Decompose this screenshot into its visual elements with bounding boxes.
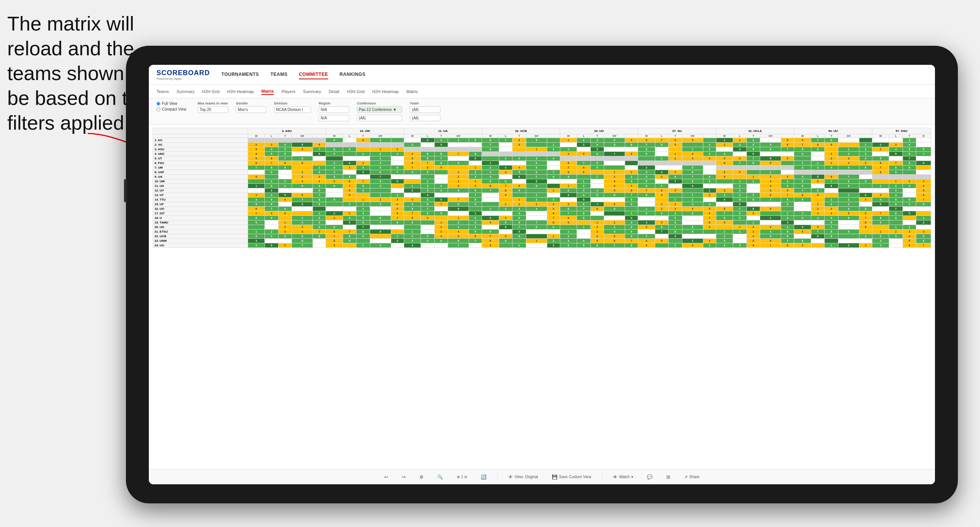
division-select[interactable]: NCAA Division I NCAA Division II NCAA Di… — [274, 106, 311, 113]
compact-view-radio[interactable]: Compact View — [156, 107, 186, 111]
toolbar-divider2 — [602, 473, 602, 481]
max-teams-select[interactable]: Top 25 Top 50 All — [198, 106, 228, 113]
cell-r17-c39: 7 — [859, 216, 872, 220]
cell-r10-c14: 5 — [469, 184, 482, 188]
cell-r17-c22 — [590, 216, 604, 220]
save-custom-btn[interactable]: 💾 Save Custom View — [549, 473, 594, 481]
cell-r0-c20: 1 — [560, 138, 577, 143]
cell-r21-c35 — [794, 234, 811, 239]
cell-r2-c1: 4 — [265, 147, 279, 152]
cell-r1-c30: 2 — [716, 143, 733, 147]
cell-r23-c33: 7 — [760, 243, 781, 248]
region-select[interactable]: N/A East West — [319, 106, 349, 113]
cell-r1-c3: 5 — [292, 143, 313, 147]
cell-r23-c30: 4 — [716, 243, 733, 248]
cell-r9-c26 — [655, 179, 669, 184]
cell-r13-c23 — [604, 198, 625, 202]
sub-nav-teams[interactable]: Teams — [156, 88, 169, 95]
sub-nav-detail[interactable]: Detail — [329, 88, 339, 95]
cell-r19-c13: 3 — [448, 225, 469, 230]
cell-r9-c27: 7 — [669, 179, 682, 184]
team-sub-select[interactable]: (All) — [410, 115, 440, 121]
cell-r12-c17 — [513, 193, 526, 198]
cell-r15-c2: 8 — [278, 207, 292, 211]
cell-r7-c42 — [903, 170, 916, 175]
sub-nav-matrix[interactable]: Matrix — [261, 88, 274, 95]
nav-tournaments[interactable]: TOURNAMENTS — [221, 70, 259, 79]
cell-r21-c0: 2 — [248, 234, 264, 239]
cell-r9-c23: 3 — [604, 179, 625, 184]
cell-r3-c28: 2 — [682, 152, 703, 156]
view-original-btn[interactable]: 👁 View: Original — [505, 473, 541, 481]
gender-select[interactable]: Men's Women's — [236, 106, 266, 113]
zoom-reset-btn[interactable]: ⊕ 1 ⊖ — [454, 473, 470, 480]
cell-r8-c42 — [903, 175, 916, 179]
cell-r16-c8 — [370, 211, 391, 216]
cell-r19-c31: 1 — [733, 225, 747, 230]
sub-nav-players[interactable]: Players — [281, 88, 295, 95]
cell-r23-c43: 7 — [916, 243, 931, 248]
sub-nav-h2h-grid2[interactable]: H2H Grid — [347, 88, 364, 95]
undo-btn[interactable]: ↩ — [381, 473, 391, 481]
cell-r13-c34: 8 — [781, 198, 794, 202]
region-sub-select[interactable]: N/A — [319, 115, 349, 121]
cell-r9-c28: 8 — [682, 179, 703, 184]
watch-btn[interactable]: 👁 Watch ▾ — [610, 473, 636, 481]
sub-nav-summary2[interactable]: Summary — [303, 88, 321, 95]
settings-btn[interactable]: ⚙ — [416, 473, 427, 481]
cell-r1-c17: 9 — [513, 143, 526, 147]
cell-r21-c20: 2 — [560, 234, 577, 239]
cell-r3-c42: 6 — [903, 152, 916, 156]
cell-r20-c2: 3 — [278, 230, 292, 234]
nav-committee[interactable]: COMMITTEE — [299, 70, 328, 79]
full-view-radio[interactable]: Full View — [156, 101, 186, 106]
sub-nav-h2h-heatmap[interactable]: H2H Heatmap — [227, 88, 254, 95]
cell-r9-c19 — [547, 179, 560, 184]
sub-nav-h2h-grid[interactable]: H2H Grid — [202, 88, 219, 95]
grid-btn[interactable]: ⊞ — [663, 473, 673, 481]
cell-r2-c6: 9 — [343, 147, 356, 152]
cell-r11-c27: 9 — [669, 188, 682, 193]
cell-r7-c18: 6 — [526, 170, 547, 175]
share-btn[interactable]: ↗ Share — [681, 473, 703, 481]
row-header-2: 3. ASU — [153, 147, 248, 152]
cell-r4-c33: 8 — [760, 156, 781, 161]
cell-r14-c2 — [278, 202, 292, 207]
cell-r15-c24 — [625, 207, 638, 211]
cell-r4-c26: 1 — [655, 156, 669, 161]
cell-r8-c3: 2 — [292, 175, 313, 179]
conference-select[interactable]: Pac-12 Conference ▼ (All) ACC Big Ten — [357, 106, 402, 113]
cell-r23-c39: 3 — [859, 243, 872, 248]
cell-r3-c10: 4 — [404, 152, 421, 156]
cell-r14-c13: 8 — [448, 202, 469, 207]
matrix-wrapper[interactable]: 3. ASU 10. UW 11. UA 22. UCB 24. UO 27. … — [153, 128, 931, 248]
cell-r5-c14 — [469, 161, 482, 165]
cell-r12-c0: 3 — [248, 193, 264, 198]
redo-btn[interactable]: ↪ — [399, 473, 409, 481]
row-header-0: 1. AU — [153, 138, 248, 143]
main-content[interactable]: 3. ASU 10. UW 11. UA 22. UCB 24. UO 27. … — [149, 125, 935, 469]
cell-r17-c29: 7 — [703, 216, 716, 220]
cell-r17-c14: 2 — [469, 216, 482, 220]
cell-r23-c1: 5 — [265, 243, 279, 248]
nav-teams[interactable]: TEAMS — [271, 70, 288, 79]
sub-nav-summary[interactable]: Summary — [176, 88, 194, 95]
comment-btn[interactable]: 💬 — [644, 473, 656, 481]
cell-r13-c38: 2 — [838, 198, 859, 202]
cell-r19-c0 — [248, 225, 264, 230]
cell-r18-c1 — [265, 220, 279, 225]
sub-nav-h2h-heatmap2[interactable]: H2H Heatmap — [372, 88, 399, 95]
cell-r4-c27: 2 — [669, 156, 682, 161]
nav-rankings[interactable]: RANKINGS — [340, 70, 366, 79]
cell-r20-c8: 9 — [370, 230, 391, 234]
cell-r9-c11: 1 — [421, 179, 435, 184]
zoom-btn[interactable]: 🔍 — [434, 473, 446, 481]
cell-r10-c8: 9 — [370, 184, 391, 188]
cell-r14-c8: 3 — [370, 202, 391, 207]
refresh-btn[interactable]: 🔄 — [478, 473, 490, 481]
cell-r1-c16 — [499, 143, 513, 147]
conference-sub-select[interactable]: (All) — [357, 115, 402, 121]
cell-r18-c5 — [326, 220, 343, 225]
team-select[interactable]: (All) — [410, 106, 440, 113]
sub-nav-matrix2[interactable]: Matrix — [406, 88, 418, 95]
